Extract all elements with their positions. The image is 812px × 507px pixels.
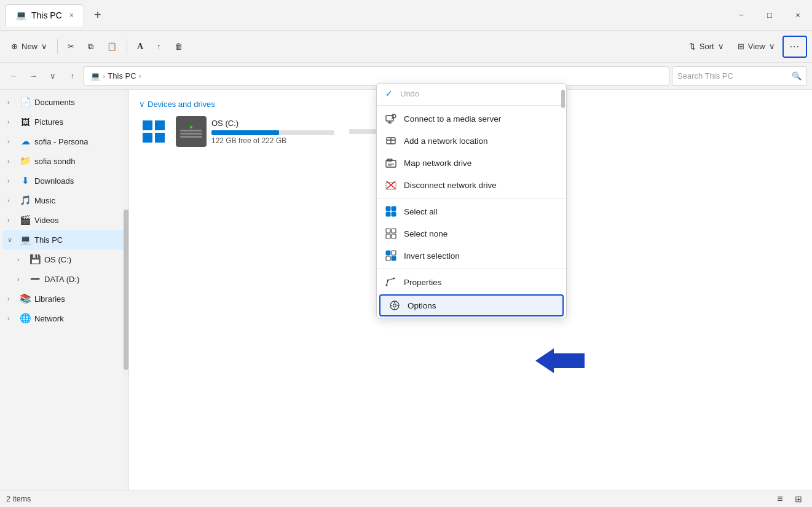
sidebar-item-sofia-personal[interactable]: › ☁ sofia - Persona [2, 132, 126, 151]
add-network-icon [385, 135, 396, 146]
select-all-icon [385, 206, 396, 217]
menu-item-add-network[interactable]: Add a network location [377, 130, 566, 152]
this-pc-icon: 💻 [20, 234, 31, 245]
map-drive-icon [385, 157, 396, 168]
dropdown-menu: ✓ Undo Connect to a media server Add a n… [376, 83, 567, 318]
breadcrumb[interactable]: 💻 › This PC › [84, 66, 669, 86]
sidebar-label: Network [34, 314, 121, 323]
copy-icon: ⧉ [88, 42, 93, 52]
documents-icon: 📄 [20, 96, 31, 108]
sidebar-label: Videos [34, 216, 121, 225]
list-view-button[interactable]: ≡ [773, 492, 787, 506]
sidebar-label: Libraries [34, 294, 121, 304]
menu-scrollbar-thumb[interactable] [561, 90, 565, 108]
breadcrumb-this-pc: This PC [108, 71, 136, 81]
minimize-button[interactable]: − [727, 0, 755, 30]
invert-selection-icon [385, 250, 396, 261]
cut-icon: ✂ [68, 42, 74, 51]
close-tab-button[interactable]: × [69, 11, 74, 20]
paste-button[interactable]: 📋 [101, 36, 123, 58]
menu-item-properties[interactable]: Properties [377, 271, 566, 293]
sidebar-item-videos[interactable]: › 🎬 Videos [2, 210, 126, 230]
sort-label: Sort [700, 42, 714, 51]
chevron-icon: › [7, 315, 16, 322]
sort-button[interactable]: ⇅ Sort ∨ [683, 36, 730, 58]
sidebar-item-documents[interactable]: › 📄 Documents [2, 92, 126, 112]
menu-item-invert-selection[interactable]: Invert selection [377, 245, 566, 267]
pictures-icon: 🖼 [20, 116, 31, 127]
svg-line-8 [392, 118, 393, 119]
menu-item-select-none[interactable]: Select none [377, 222, 566, 245]
grid-view-button[interactable]: ⊞ [791, 492, 806, 506]
maximize-button[interactable]: □ [755, 0, 784, 30]
svg-rect-2 [143, 133, 152, 143]
videos-icon: 🎬 [20, 214, 31, 226]
statusbar: 2 items ≡ ⊞ [0, 490, 812, 507]
search-bar[interactable]: Search This PC 🔍 [672, 66, 807, 86]
recent-button[interactable]: ∨ [44, 68, 61, 85]
svg-point-37 [393, 304, 396, 307]
menu-item-connect-media[interactable]: Connect to a media server [377, 108, 566, 130]
hdd-graphic [176, 116, 207, 147]
menu-item-undo-partial[interactable]: ✓ Undo [377, 84, 566, 103]
forward-button[interactable]: → [25, 68, 42, 85]
chevron-icon: › [7, 177, 16, 184]
share-button[interactable]: ↑ [151, 36, 167, 58]
menu-item-options[interactable]: Options [379, 294, 564, 316]
sidebar-item-sofia-sondh[interactable]: › 📁 sofia sondh [2, 151, 126, 171]
close-window-button[interactable]: × [784, 0, 812, 30]
delete-button[interactable]: 🗑 [168, 36, 189, 58]
new-tab-button[interactable]: + [89, 7, 106, 24]
menu-item-select-all[interactable]: Select all [377, 200, 566, 222]
more-button[interactable]: ··· [782, 36, 807, 58]
svg-point-34 [393, 278, 395, 280]
section-collapse-icon[interactable]: ∨ [139, 100, 145, 109]
sidebar-item-this-pc[interactable]: ∨ 💻 This PC [2, 230, 126, 250]
svg-rect-25 [386, 234, 390, 238]
sidebar-item-os-c[interactable]: › 💾 OS (C:) [2, 250, 126, 269]
cut-button[interactable]: ✂ [61, 36, 81, 58]
sort-icon: ⇅ [689, 42, 696, 51]
tab-pc-icon: 💻 [15, 10, 26, 21]
drive-c-progress-container [211, 130, 334, 135]
chevron-icon: › [7, 295, 16, 302]
svg-rect-29 [386, 256, 390, 261]
sidebar-label: OS (C:) [44, 255, 121, 264]
sidebar-item-data-d[interactable]: › ━━ DATA (D:) [2, 269, 126, 289]
menu-item-disconnect-drive[interactable]: Disconnect network drive [377, 174, 566, 196]
back-button[interactable]: ← [5, 68, 22, 85]
menu-item-map-drive[interactable]: Map network drive [377, 152, 566, 174]
sidebar-label: sofia - Persona [34, 137, 121, 146]
view-button[interactable]: ⊞ View ∨ [731, 36, 781, 58]
sidebar-scrollbar-thumb[interactable] [124, 210, 128, 369]
sidebar-item-libraries[interactable]: › 📚 Libraries [2, 289, 126, 309]
new-button[interactable]: ⊕ New ∨ [5, 36, 53, 58]
sidebar-item-network[interactable]: › 🌐 Network [2, 309, 126, 328]
sidebar-item-pictures[interactable]: › 🖼 Pictures [2, 112, 126, 132]
sidebar-item-downloads[interactable]: › ⬇ Downloads [2, 171, 126, 191]
copy-button[interactable]: ⧉ [82, 36, 100, 58]
new-chevron-icon: ∨ [41, 42, 47, 51]
invert-selection-label: Invert selection [404, 251, 460, 261]
windows-logo [141, 119, 166, 144]
active-tab[interactable]: 💻 This PC × [5, 4, 84, 26]
rename-button[interactable]: A [131, 36, 149, 58]
network-icon: 🌐 [20, 313, 31, 324]
drive-c-name: OS (C:) [211, 119, 334, 128]
chevron-icon: › [17, 275, 26, 283]
svg-rect-30 [392, 256, 396, 261]
sidebar-item-music[interactable]: › 🎵 Music [2, 191, 126, 210]
more-icon: ··· [790, 41, 800, 52]
svg-rect-22 [392, 212, 396, 216]
new-label: New [22, 42, 37, 51]
add-network-label: Add a network location [404, 136, 488, 146]
downloads-icon: ⬇ [20, 175, 31, 186]
os-c-icon: 💾 [30, 254, 41, 265]
breadcrumb-pc-icon: 💻 [90, 71, 100, 81]
drive-c-icon [139, 117, 168, 146]
svg-line-31 [388, 278, 394, 280]
breadcrumb-sep2: › [139, 71, 141, 81]
sidebar-scrollbar-track[interactable] [124, 90, 128, 490]
svg-rect-20 [392, 206, 396, 211]
up-button[interactable]: ↑ [64, 68, 81, 85]
